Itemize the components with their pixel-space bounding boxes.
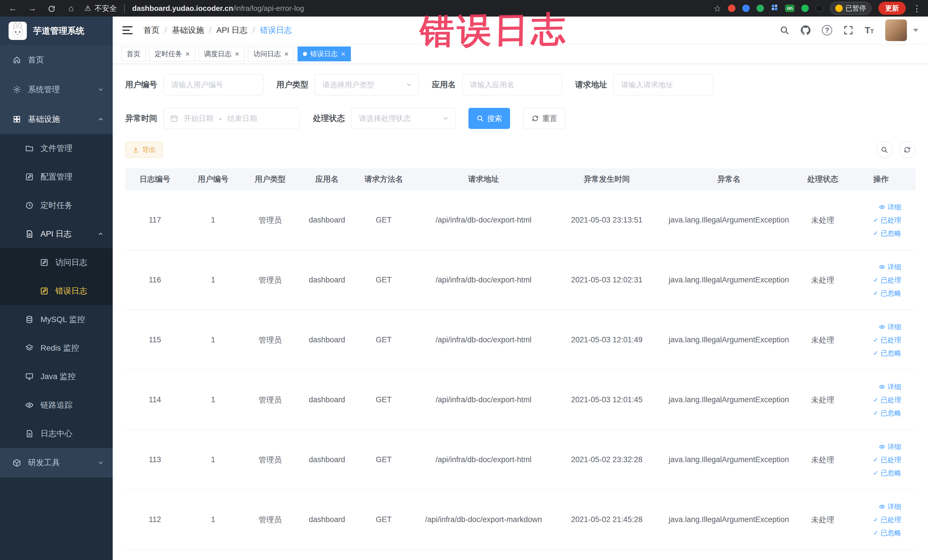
detail-link[interactable]: 详细 <box>879 382 901 391</box>
hamburger-icon[interactable] <box>122 26 133 34</box>
security-label: 不安全 <box>95 3 117 14</box>
table-row: 112 1 管理员 dashboard GET /api/infra/db-do… <box>125 490 916 550</box>
home-icon[interactable]: ⌂ <box>65 3 77 13</box>
refresh-button[interactable] <box>899 142 916 158</box>
reset-button[interactable]: 重置 <box>523 108 565 129</box>
extension-icon-green[interactable] <box>757 5 764 12</box>
sidebar-item-mysql-monitor[interactable]: MySQL 监控 <box>0 305 113 334</box>
tab-dispatch-log[interactable]: 调度日志 × <box>198 46 244 61</box>
caret-down-icon[interactable] <box>913 29 918 32</box>
sidebar-item-log-center[interactable]: 日志中心 <box>0 420 113 448</box>
ignored-link[interactable]: ✓已忽略 <box>873 409 901 418</box>
process-status-select[interactable]: 请选择处理状态 <box>351 108 455 129</box>
processed-link[interactable]: ✓已处理 <box>873 216 901 225</box>
ignored-link[interactable]: ✓已忽略 <box>873 289 901 298</box>
extension-icon-red[interactable] <box>728 5 736 12</box>
extension-icon-dark[interactable] <box>816 5 823 12</box>
sidebar-item-api-log[interactable]: API 日志 <box>0 220 113 248</box>
paused-pill[interactable]: 已暂停 <box>830 2 872 15</box>
app-logo[interactable]: 芋道管理系统 <box>0 17 113 45</box>
forward-icon[interactable]: → <box>26 3 38 13</box>
sidebar-item-java-monitor[interactable]: Java 监控 <box>0 362 113 391</box>
cell-status: 未处理 <box>799 310 846 370</box>
request-url-input[interactable] <box>614 74 713 95</box>
search-button[interactable]: 搜索 <box>469 108 510 129</box>
detail-link[interactable]: 详细 <box>879 322 901 331</box>
filter-label: 处理状态 <box>313 113 345 124</box>
chevron-up-icon <box>97 230 104 237</box>
extension-on-badge[interactable]: on <box>785 5 795 12</box>
avatar[interactable] <box>885 20 907 41</box>
detail-link[interactable]: 详细 <box>879 203 901 212</box>
reload-icon[interactable] <box>46 3 58 13</box>
edit-icon <box>25 172 34 181</box>
processed-link[interactable]: ✓已处理 <box>873 515 901 524</box>
ignored-link[interactable]: ✓已忽略 <box>873 468 901 478</box>
close-icon[interactable]: × <box>284 50 288 58</box>
help-icon[interactable]: ? <box>822 25 832 35</box>
breadcrumb-api-log[interactable]: API 日志 <box>217 25 255 36</box>
export-button[interactable]: 导出 <box>125 142 163 158</box>
processed-link[interactable]: ✓已处理 <box>873 276 901 285</box>
sidebar-item-system[interactable]: 系统管理 <box>0 75 113 104</box>
kebab-menu-icon[interactable]: ⋮ <box>913 3 921 14</box>
detail-link[interactable]: 详细 <box>879 502 901 511</box>
extension-icon-leaf[interactable] <box>801 5 809 12</box>
sidebar-item-file-manage[interactable]: 文件管理 <box>0 134 113 163</box>
processed-link[interactable]: ✓已处理 <box>873 455 901 464</box>
close-icon[interactable]: × <box>185 50 190 58</box>
select-placeholder: 请选择处理状态 <box>359 113 411 124</box>
security-indicator[interactable]: ⚠ 不安全 <box>84 3 117 14</box>
user-type-select[interactable]: 请选择用户类型 <box>314 74 419 95</box>
search-toggle-button[interactable] <box>876 142 893 158</box>
sidebar-item-label: 系统管理 <box>28 84 60 95</box>
breadcrumb-infra[interactable]: 基础设施 <box>172 25 211 36</box>
select-placeholder: 请选择用户类型 <box>322 80 374 90</box>
processed-link[interactable]: ✓已处理 <box>873 336 901 345</box>
tab-label: 首页 <box>127 49 140 58</box>
tab-access-log[interactable]: 访问日志 × <box>248 46 294 61</box>
tab-error-log[interactable]: 错误日志 × <box>298 46 351 61</box>
user-id-input[interactable] <box>163 74 263 95</box>
cell-actions: 详细 ✓已处理 ✓已忽略 <box>846 310 916 370</box>
sidebar-item-access-log[interactable]: 访问日志 <box>0 248 113 277</box>
fullscreen-icon[interactable] <box>844 25 853 35</box>
sidebar-item-scheduled-jobs[interactable]: 定时任务 <box>0 191 113 220</box>
ignored-link[interactable]: ✓已忽略 <box>873 349 901 358</box>
cell-app-name: dashboard <box>299 430 355 490</box>
filter-exception-time: 异常时间 开始日期 - 结束日期 <box>125 108 300 129</box>
sidebar-item-home[interactable]: 首页 <box>0 45 113 75</box>
sidebar-item-trace[interactable]: 链路追踪 <box>0 391 113 420</box>
tab-scheduled-jobs[interactable]: 定时任务 × <box>149 46 195 61</box>
breadcrumb-home[interactable]: 首页 <box>143 25 167 36</box>
date-range-picker[interactable]: 开始日期 - 结束日期 <box>163 108 300 129</box>
sidebar-item-label: 首页 <box>28 55 44 65</box>
close-icon[interactable]: × <box>235 50 239 58</box>
processed-link[interactable]: ✓已处理 <box>873 395 901 404</box>
update-button[interactable]: 更新 <box>878 2 906 15</box>
ignored-link[interactable]: ✓已忽略 <box>873 528 901 537</box>
address-bar[interactable]: dashboard.yudao.iocoder.cn /infra/log/ap… <box>132 4 304 13</box>
tab-home[interactable]: 首页 <box>121 46 146 61</box>
back-icon[interactable]: ← <box>7 3 19 13</box>
ignored-link[interactable]: ✓已忽略 <box>873 229 901 238</box>
sidebar-item-redis-monitor[interactable]: Redis 监控 <box>0 334 113 362</box>
cell-time: 2021-05-03 12:01:49 <box>555 310 659 370</box>
sidebar-item-error-log[interactable]: 错误日志 <box>0 277 113 305</box>
detail-link[interactable]: 详细 <box>879 442 901 451</box>
search-icon <box>476 115 484 122</box>
sidebar-item-infra[interactable]: 基础设施 <box>0 104 113 134</box>
search-icon[interactable] <box>780 25 789 35</box>
detail-link[interactable]: 详细 <box>879 262 901 272</box>
extension-icon-blue[interactable] <box>742 5 750 12</box>
filter-user-type: 用户类型 请选择用户类型 <box>276 74 419 95</box>
bookmark-star-icon[interactable]: ☆ <box>713 3 721 14</box>
font-size-icon[interactable]: TT <box>865 25 874 36</box>
close-icon[interactable]: × <box>341 50 345 58</box>
date-end-placeholder: 结束日期 <box>227 113 257 124</box>
app-name-input[interactable] <box>462 74 562 95</box>
extension-icon-grid[interactable] <box>771 4 778 13</box>
github-icon[interactable] <box>801 25 810 35</box>
sidebar-item-config-manage[interactable]: 配置管理 <box>0 163 113 191</box>
sidebar-item-dev-tools[interactable]: 研发工具 <box>0 448 113 478</box>
